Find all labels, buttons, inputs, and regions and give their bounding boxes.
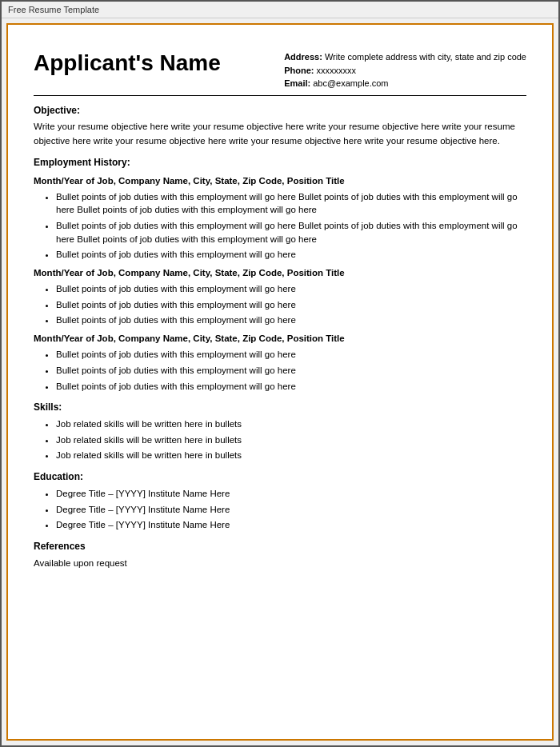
job-3-bullets: Bullet points of job duties with this em… (34, 348, 526, 393)
list-item: Bullet points of job duties with this em… (56, 248, 526, 262)
list-item: Bullet points of job duties with this em… (56, 219, 526, 246)
header-section: Applicant's Name Address: Write complete… (34, 47, 526, 90)
window-title-bar: Free Resume Template (2, 2, 558, 18)
phone-line: Phone: xxxxxxxxx (284, 64, 526, 78)
list-item: Bullet points of job duties with this em… (56, 348, 526, 362)
list-item: Job related skills will be written here … (56, 449, 526, 462)
address-label: Address: (284, 52, 322, 62)
skills-section: Skills: Job related skills will be writt… (34, 401, 526, 462)
objective-section: Objective: Write your resume objective h… (34, 104, 526, 148)
list-item: Bullet points of job duties with this em… (56, 190, 526, 217)
education-bullets: Degree Title – [YYYY] Institute Name Her… (34, 487, 526, 532)
education-title: Education: (34, 470, 526, 484)
references-text: Available upon request (34, 557, 526, 570)
employment-section: Employment History: Month/Year of Job, C… (34, 156, 526, 393)
list-item: Bullet points of job duties with this em… (56, 298, 526, 312)
education-section: Education: Degree Title – [YYYY] Institu… (34, 470, 526, 532)
skills-title: Skills: (34, 401, 526, 414)
list-item: Degree Title – [YYYY] Institute Name Her… (56, 487, 526, 501)
phone-value: xxxxxxxxx (316, 66, 356, 75)
email-label: Email: (284, 78, 310, 88)
job-title-1: Month/Year of Job, Company Name, City, S… (34, 174, 526, 187)
job-1-bullets: Bullet points of job duties with this em… (34, 190, 526, 262)
job-title-2: Month/Year of Job, Company Name, City, S… (34, 266, 526, 279)
skills-bullets: Job related skills will be written here … (34, 417, 526, 462)
list-item: Bullet points of job duties with this em… (56, 314, 526, 327)
window-title: Free Resume Template (8, 5, 99, 14)
phone-label: Phone: (284, 66, 314, 75)
list-item: Job related skills will be written here … (56, 433, 526, 447)
references-title: References (34, 540, 526, 553)
job-title-3: Month/Year of Job, Company Name, City, S… (34, 332, 526, 345)
resume-container: Applicant's Name Address: Write complete… (6, 23, 554, 741)
list-item: Degree Title – [YYYY] Institute Name Her… (56, 518, 526, 532)
contact-info: Address: Write complete address with cit… (284, 50, 526, 90)
address-line: Address: Write complete address with cit… (284, 50, 526, 64)
objective-text: Write your resume objective here write y… (34, 120, 526, 148)
employment-title: Employment History: (34, 156, 526, 170)
applicant-name: Applicant's Name (34, 47, 284, 78)
window-frame: Free Resume Template Applicant's Name Ad… (0, 0, 560, 747)
list-item: Degree Title – [YYYY] Institute Name Her… (56, 503, 526, 517)
email-line: Email: abc@example.com (284, 77, 526, 90)
header-divider (34, 95, 526, 96)
list-item: Bullet points of job duties with this em… (56, 282, 526, 296)
address-value: Write complete address with city, state … (325, 52, 526, 62)
list-item: Bullet points of job duties with this em… (56, 380, 526, 393)
list-item: Job related skills will be written here … (56, 417, 526, 431)
references-section: References Available upon request (34, 540, 526, 570)
objective-title: Objective: (34, 104, 526, 118)
list-item: Bullet points of job duties with this em… (56, 364, 526, 377)
job-2-bullets: Bullet points of job duties with this em… (34, 282, 526, 327)
email-value: abc@example.com (313, 78, 388, 88)
